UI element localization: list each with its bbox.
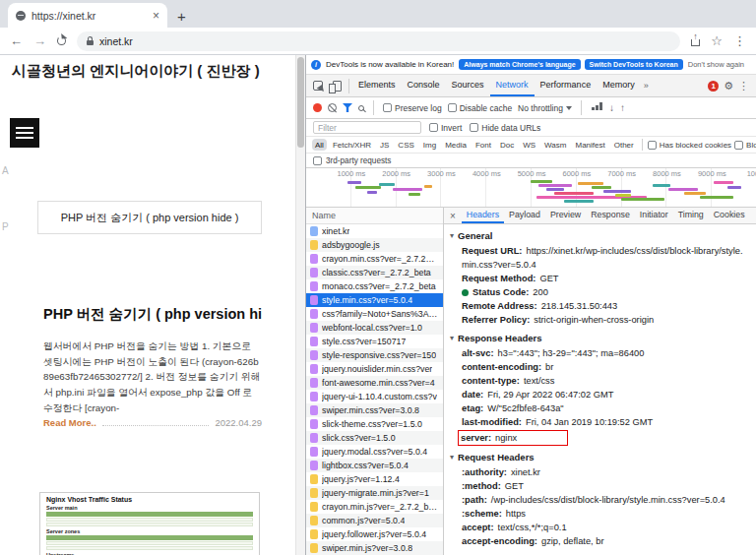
network-request-row[interactable]: jquery.modal.css?ver=5.0.4 bbox=[306, 445, 443, 459]
network-request-row[interactable]: jquery-migrate.min.js?ver=1 bbox=[306, 486, 443, 500]
notice-dismiss-button[interactable]: Don't show again bbox=[688, 60, 744, 69]
network-request-row[interactable]: style-responsive.css?ver=150 bbox=[306, 348, 443, 362]
browser-tab[interactable]: https://xinet.kr bbox=[8, 3, 167, 28]
has-blocked-cookies-checkbox[interactable] bbox=[648, 141, 657, 150]
inspect-element-button[interactable] bbox=[313, 81, 323, 91]
detail-tab[interactable]: Payload bbox=[504, 208, 545, 223]
post-title[interactable]: PHP 버전 숨기기 ( php version hide ) bbox=[43, 305, 262, 324]
devtools-tab[interactable]: Performance bbox=[535, 75, 598, 96]
new-tab-button[interactable] bbox=[177, 9, 186, 24]
filter-chip[interactable]: CSS bbox=[395, 139, 416, 151]
record-button[interactable] bbox=[313, 103, 322, 112]
detail-tab[interactable]: Preview bbox=[545, 208, 586, 223]
read-more-link[interactable]: Read More.. bbox=[43, 417, 96, 428]
network-request-row[interactable]: slick.css?ver=1.5.0 bbox=[306, 431, 443, 445]
network-request-row[interactable]: adsbygoogle.js bbox=[306, 238, 443, 252]
devtools-tab[interactable]: Elements bbox=[352, 75, 402, 96]
throttling-dropdown[interactable]: No throttling bbox=[518, 103, 572, 113]
import-har-button[interactable] bbox=[609, 103, 614, 113]
filter-chip[interactable]: WS bbox=[520, 139, 538, 151]
network-request-row[interactable]: common.js?ver=5.0.4 bbox=[306, 514, 443, 527]
network-conditions-icon[interactable] bbox=[596, 105, 598, 110]
filter-chip[interactable]: All bbox=[312, 139, 327, 151]
detail-tab[interactable]: Response bbox=[586, 208, 635, 223]
blocked-requests-control[interactable]: Blocked Req bbox=[734, 141, 756, 150]
filter-chip[interactable]: Other bbox=[611, 139, 637, 151]
network-request-row[interactable]: webfont-local.css?ver=1.0 bbox=[306, 321, 443, 335]
filter-chip[interactable]: Fetch/XHR bbox=[330, 139, 374, 151]
network-request-row[interactable]: swiper.min.css?ver=3.0.8 bbox=[306, 403, 443, 417]
third-party-checkbox[interactable] bbox=[313, 156, 322, 165]
page-scrollbar[interactable] bbox=[295, 55, 305, 555]
network-request-row[interactable]: jquery.js?ver=1.12.4 bbox=[306, 472, 443, 486]
response-headers-section-header[interactable]: Response Headers bbox=[450, 330, 750, 346]
network-request-row[interactable]: xinet.kr bbox=[306, 224, 443, 238]
network-request-row[interactable]: jquery.nouislider.min.css?ver bbox=[306, 362, 443, 376]
filter-toggle-button[interactable] bbox=[343, 103, 352, 112]
network-filter-input[interactable] bbox=[313, 121, 421, 134]
devtools-tab[interactable]: Sources bbox=[446, 75, 490, 96]
network-request-row[interactable]: style.min.css?ver=5.0.4 bbox=[306, 293, 443, 307]
has-blocked-cookies-control[interactable]: Has blocked cookies bbox=[648, 141, 731, 150]
hide-data-urls-control[interactable]: Hide data URLs bbox=[470, 123, 540, 133]
network-request-row[interactable]: monaco.css?ver=_2.7.2_beta bbox=[306, 279, 443, 293]
filter-chip[interactable]: Img bbox=[420, 139, 439, 151]
share-button[interactable] bbox=[691, 39, 700, 46]
blocked-requests-checkbox[interactable] bbox=[734, 141, 743, 150]
article-card-link[interactable]: PHP 버전 숨기기 ( php version hide ) bbox=[37, 201, 262, 234]
network-request-row[interactable]: jquery-ui-1.10.4.custom.css?v bbox=[306, 390, 443, 403]
filter-chip[interactable]: Wasm bbox=[541, 139, 569, 151]
network-request-row[interactable]: style.css?ver=150717 bbox=[306, 335, 443, 348]
detail-tab[interactable]: Cookies bbox=[709, 208, 750, 223]
address-bar[interactable]: xinet.kr bbox=[77, 31, 680, 51]
invert-checkbox[interactable] bbox=[429, 123, 438, 132]
back-button[interactable] bbox=[10, 34, 23, 47]
detail-tab[interactable]: Initiator bbox=[635, 208, 673, 223]
network-request-row[interactable]: lightbox.css?ver=5.0.4 bbox=[306, 459, 443, 472]
clear-button[interactable] bbox=[328, 103, 337, 112]
devtools-tab[interactable]: Network bbox=[490, 75, 535, 96]
invert-control[interactable]: Invert bbox=[429, 123, 462, 133]
browser-menu-button[interactable] bbox=[733, 34, 746, 47]
notice-button[interactable]: Always match Chrome's language bbox=[459, 59, 580, 70]
error-count-badge[interactable]: 1 bbox=[708, 81, 719, 92]
timeline-overview[interactable]: 1000 ms2000 ms3000 ms4000 ms5000 ms6000 … bbox=[306, 168, 756, 208]
bookmark-star-button[interactable] bbox=[711, 34, 723, 47]
network-request-row[interactable]: crayon.min.js?ver=_2.7.2_beta bbox=[306, 500, 443, 514]
filter-chip[interactable]: Doc bbox=[497, 139, 517, 151]
network-request-row[interactable]: font-awesome.min.css?ver=4 bbox=[306, 376, 443, 390]
hide-data-urls-checkbox[interactable] bbox=[470, 123, 478, 132]
network-request-row[interactable]: swiper.min.js?ver=3.0.8 bbox=[306, 541, 443, 555]
network-request-row[interactable]: classic.css?ver=_2.7.2_beta bbox=[306, 266, 443, 279]
forward-button[interactable] bbox=[33, 34, 46, 47]
network-request-row[interactable]: slick-theme.css?ver=1.5.0 bbox=[306, 417, 443, 431]
filter-chip[interactable]: JS bbox=[377, 139, 392, 151]
network-request-row[interactable]: crayon.min.css?ver=_2.7.2_beta bbox=[306, 252, 443, 266]
preserve-log-control[interactable]: Preserve log bbox=[383, 103, 442, 113]
devtools-tab[interactable]: Memory bbox=[597, 75, 641, 96]
export-har-button[interactable] bbox=[620, 103, 625, 113]
network-request-row[interactable]: css?family=Noto+Sans%3A400 bbox=[306, 307, 443, 321]
devtools-tab[interactable]: Console bbox=[402, 75, 446, 96]
notice-button[interactable]: Switch DevTools to Korean bbox=[585, 59, 683, 70]
hamburger-menu-button[interactable] bbox=[10, 118, 39, 148]
preserve-log-checkbox[interactable] bbox=[383, 103, 392, 112]
disable-cache-control[interactable]: Disable cache bbox=[448, 103, 512, 113]
disable-cache-checkbox[interactable] bbox=[448, 103, 457, 112]
request-headers-section-header[interactable]: Request Headers bbox=[450, 449, 750, 465]
more-tabs-chevron[interactable] bbox=[641, 81, 652, 91]
detail-tab[interactable]: Timing bbox=[673, 208, 709, 223]
general-section-header[interactable]: General bbox=[450, 227, 750, 244]
filter-chip[interactable]: Font bbox=[472, 139, 494, 151]
device-toolbar-button[interactable] bbox=[333, 81, 342, 92]
name-column-header[interactable]: Name bbox=[306, 208, 443, 224]
tab-close-icon[interactable] bbox=[153, 10, 159, 22]
reload-button[interactable] bbox=[57, 36, 66, 45]
nginx-vts-thumbnail[interactable]: Nginx Vhost Traffic Status Server main S… bbox=[39, 492, 260, 555]
devtools-menu-icon[interactable] bbox=[738, 81, 749, 92]
detail-tab[interactable]: Headers bbox=[462, 208, 504, 223]
network-request-row[interactable]: jquery.follower.js?ver=5.0.4 bbox=[306, 527, 443, 541]
close-detail-button[interactable] bbox=[444, 211, 462, 221]
filter-chip[interactable]: Manifest bbox=[572, 139, 607, 151]
filter-chip[interactable]: Media bbox=[442, 139, 470, 151]
